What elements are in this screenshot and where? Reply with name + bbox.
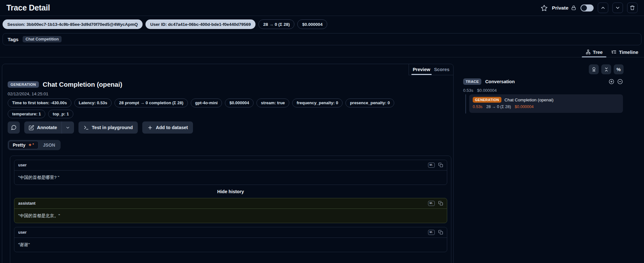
message-block-assistant: assistant M↓ "中国的首都是北京。" [14,198,447,223]
panel-tabs: Preview Scores [409,64,453,75]
expand-all-button[interactable] [609,79,614,84]
tags-row: Tags Chat Competition [3,33,641,45]
pill-model[interactable]: gpt-4o-mini [191,99,222,107]
pill-stream: stream: true [256,99,289,107]
annotate-dropdown-button[interactable] [62,121,74,134]
tags-label: Tags [8,37,19,42]
pill-token-usage: 28 prompt → 0 completion (Σ 28) [115,99,188,107]
message-tools: M↓ [428,230,443,235]
add-to-dataset-button[interactable]: Add to dataset [142,121,193,134]
timeline-icon [611,49,617,55]
node-cost: $0.000004 [515,105,534,109]
trace-stats: 0.53s $0.000004 [463,88,497,93]
markdown-toggle-icon[interactable]: M↓ [428,163,435,167]
copy-icon [438,201,443,206]
markdown-toggle-icon[interactable]: M↓ [428,201,435,206]
metrics-toggle-button[interactable]: % [614,64,624,74]
collapse-all-button[interactable] [601,64,611,74]
pill-temperature: temperature: 1 [8,110,45,119]
plus-circle-icon [609,79,614,84]
tab-pretty[interactable]: Pretty ✦✦ [9,141,39,149]
pen-square-icon [29,125,34,130]
trash-icon [630,5,635,11]
hide-history-button[interactable]: Hide history [14,185,447,198]
observation-header: GENERATION Chat Completion (openai) [8,81,122,88]
tag-chip[interactable]: Chat Competition [23,36,62,42]
tree-indent-line [465,94,466,113]
cost-badge: $0.000004 [297,19,327,29]
annotate-button[interactable]: Annotate [24,121,62,134]
delete-trace-button[interactable] [627,3,638,13]
message-role: user [18,230,26,235]
copy-button[interactable] [438,201,443,206]
message-header: user M↓ [14,160,447,171]
copy-button[interactable] [438,230,443,235]
playground-label: Test in playground [92,125,133,130]
trace-type-badge: TRACE [463,78,481,85]
privacy-label: Private [552,5,568,11]
message-header: assistant M↓ [14,198,447,209]
comment-button[interactable] [8,121,20,134]
tab-timeline[interactable]: Timeline [611,47,638,57]
header-actions: Private [541,3,638,13]
collapse-tree-button[interactable] [617,79,623,84]
tab-json[interactable]: JSON [39,141,60,149]
tree-toolbar: % [589,64,624,74]
tab-scores[interactable]: Scores [434,64,449,75]
tab-preview[interactable]: Preview [413,64,430,75]
node-stats: 0.53s 28 → 0 (Σ 28) $0.000004 [473,105,619,109]
message-block-user-1: user M↓ "中国的首都是哪里? " [14,160,447,185]
message-content: "中国的首都是北京。" [14,209,447,223]
trace-cost: $0.000004 [477,88,497,93]
privacy-label-group: Private [552,5,576,11]
copy-icon [438,163,443,167]
observation-metadata-pills: Time to first token: -430.00s Latency: 0… [8,99,403,118]
pill-presence-penalty: presence_penalty: 0 [345,99,394,107]
terminal-icon [84,125,89,130]
pill-latency: Latency: 0.53s [74,99,112,107]
plus-icon [147,125,153,130]
trace-detail-screen: Trace Detail Private Sessi [0,0,644,263]
node-latency: 0.53s [473,105,483,109]
tree-node-generation[interactable]: GENERATION Chat Completion (openai) 0.53… [469,94,623,113]
fold-vertical-icon [604,67,609,72]
star-icon[interactable] [541,4,548,11]
page-title: Trace Detail [6,3,50,12]
spacer [14,223,447,227]
test-in-playground-button[interactable]: Test in playground [78,121,138,134]
pill-time-to-first-token: Time to first token: -430.00s [8,99,71,107]
message-block-user-2: user M↓ "谢谢" [14,227,447,252]
trace-root-row[interactable]: TRACE Conversation [463,78,623,85]
comment-icon [11,125,17,130]
chevron-up-icon [600,5,606,11]
tab-tree[interactable]: Tree [586,47,603,57]
observation-title: Chat Completion (openai) [43,81,122,88]
message-content: "中国的首都是哪里? " [14,171,447,185]
message-header: user M↓ [14,227,447,238]
observation-panel: Preview Scores GENERATION Chat Completio… [2,64,454,263]
sparkles-icon: ✦✦ [28,143,34,148]
format-tabs: Pretty ✦✦ JSON [8,140,61,150]
annotate-label: Annotate [37,125,57,130]
scores-toggle-button[interactable] [589,64,599,74]
pill-frequency-penalty: frequency_penalty: 0 [292,99,343,107]
tree-icon [586,49,591,55]
minus-circle-icon [617,79,623,84]
node-title: Chat Completion (openai) [505,98,554,102]
user-id-badge[interactable]: User ID: dc47a41e-06bc-400d-bde1-f0e440d… [145,19,255,29]
copy-icon [438,230,443,235]
copy-button[interactable] [438,163,443,167]
io-preview: user M↓ "中国的首都是哪里? " Hide history assist… [10,156,451,263]
privacy-toggle[interactable] [581,4,594,11]
message-content: "谢谢" [14,238,447,252]
markdown-toggle-icon[interactable]: M↓ [428,230,435,235]
trace-title: Conversation [485,79,515,84]
next-trace-button[interactable] [612,3,623,13]
message-tools: M↓ [428,201,443,206]
node-type-badge: GENERATION [473,97,501,103]
node-tokens: 28 → 0 (Σ 28) [486,105,511,109]
observation-type-badge: GENERATION [8,81,39,88]
previous-trace-button[interactable] [598,3,608,13]
trace-latency: 0.53s [463,88,473,93]
session-badge[interactable]: Session: 3bb00ec7-1b13-4c9b-85ee-3d9d70f… [3,19,143,29]
